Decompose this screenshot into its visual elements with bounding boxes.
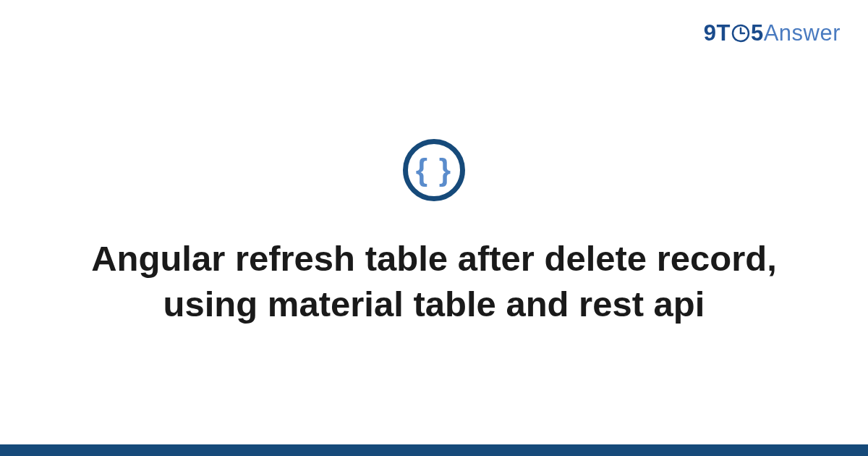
bottom-accent-bar [0, 444, 868, 456]
page-title: Angular refresh table after delete recor… [72, 236, 796, 326]
code-braces-icon: { } [416, 155, 452, 185]
main-content: { } Angular refresh table after delete r… [0, 0, 868, 444]
topic-icon-circle: { } [403, 139, 465, 201]
